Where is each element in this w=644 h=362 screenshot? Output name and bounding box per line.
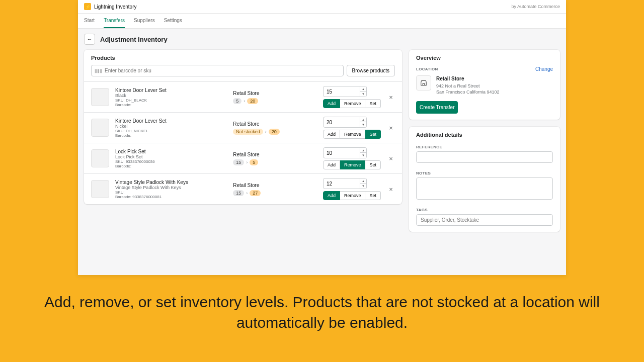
product-thumbnail — [91, 119, 109, 137]
page-title: Adjustment inventory — [100, 36, 168, 43]
product-sku: SKU: — [115, 190, 227, 195]
notes-label: Notes — [409, 168, 560, 177]
app-window: ⚡ Lightning Inventory by Automate Commer… — [78, 0, 566, 275]
lightning-icon: ⚡ — [84, 3, 91, 10]
from-qty-badge: 15 — [233, 190, 244, 196]
details-heading: Additional details — [409, 127, 560, 142]
tags-input[interactable] — [416, 214, 553, 226]
to-qty-badge: 20 — [269, 129, 280, 135]
qty-down-button[interactable]: ▼ — [360, 92, 366, 97]
location-name: Retail Store — [233, 90, 317, 96]
not-stocked-badge: Not stocked — [233, 129, 263, 135]
set-button[interactable]: Set — [365, 130, 381, 139]
remove-item-button[interactable]: × — [387, 124, 395, 132]
product-thumbnail — [91, 149, 109, 167]
quantity-input[interactable] — [323, 147, 360, 158]
product-title: Kintore Door Lever Set — [115, 118, 227, 124]
barcode-icon: ⦀⦀⦀ — [95, 67, 102, 74]
back-button[interactable]: ← — [84, 34, 95, 45]
reference-label: Reference — [409, 142, 560, 151]
remove-item-button[interactable]: × — [387, 155, 395, 162]
product-barcode: Barcode: — [115, 133, 227, 138]
app-top-bar: ⚡ Lightning Inventory by Automate Commer… — [78, 0, 566, 14]
quantity-input[interactable] — [323, 117, 360, 128]
additional-details-card: Additional details Reference Notes Tags — [409, 127, 560, 232]
location-column: Retail Store Not stocked › 20 — [233, 121, 317, 135]
marketing-caption: Add, remove, or set inventory levels. Pr… — [0, 292, 644, 333]
arrow-right-icon: › — [244, 99, 245, 104]
product-row: Kintore Door Lever Set Nickel SKU: DH_NI… — [84, 112, 402, 143]
location-column: Retail Store 5 › 20 — [233, 90, 317, 104]
product-info: Lock Pick Set Lock Pick Set SKU: 9338376… — [115, 149, 227, 168]
change-location-link[interactable]: Change — [535, 66, 560, 72]
quantity-controls: ▲ ▼ Add Remove Set — [323, 86, 381, 108]
location-name: Retail Store — [233, 183, 317, 188]
create-transfer-button[interactable]: Create Transfer — [416, 101, 458, 114]
product-title: Lock Pick Set — [115, 149, 227, 154]
product-row: Lock Pick Set Lock Pick Set SKU: 9338376… — [84, 143, 402, 173]
to-qty-badge: 5 — [250, 159, 258, 165]
tags-label: Tags — [409, 205, 560, 214]
nav-tabs: Start Transfers Suppliers Settings — [78, 14, 566, 29]
remove-button[interactable]: Remove — [340, 130, 366, 139]
remove-item-button[interactable]: × — [387, 94, 395, 101]
add-button[interactable]: Add — [323, 99, 340, 108]
set-button[interactable]: Set — [365, 160, 381, 169]
qty-up-button[interactable]: ▲ — [360, 117, 366, 122]
tab-transfers[interactable]: Transfers — [104, 14, 125, 28]
search-input[interactable] — [91, 65, 344, 76]
to-qty-badge: 27 — [250, 190, 261, 196]
products-card: Products ⦀⦀⦀ Browse products Kintore Doo… — [84, 50, 402, 204]
page-header: ← Adjustment inventory — [78, 29, 566, 50]
product-barcode: Barcode: — [115, 164, 227, 168]
browse-products-button[interactable]: Browse products — [347, 65, 395, 76]
overview-card: Overview Location Change Retail Store 94… — [409, 50, 560, 120]
tab-suppliers[interactable]: Suppliers — [134, 14, 155, 28]
location-address: Retail Store 942 Not a Real Street San F… — [436, 75, 500, 95]
from-qty-badge: 5 — [233, 98, 242, 104]
to-qty-badge: 20 — [247, 98, 258, 104]
product-info: Kintore Door Lever Set Black SKU: DH_BLA… — [115, 87, 227, 107]
qty-up-button[interactable]: ▲ — [360, 178, 366, 184]
add-button[interactable]: Add — [323, 191, 340, 200]
products-heading: Products — [84, 50, 402, 65]
set-button[interactable]: Set — [365, 191, 381, 200]
quantity-controls: ▲ ▼ Add Remove Set — [323, 147, 381, 169]
product-sku: SKU: DH_NICKEL — [115, 129, 227, 133]
remove-button[interactable]: Remove — [340, 160, 366, 169]
overview-heading: Overview — [416, 55, 441, 61]
app-name: Lightning Inventory — [94, 4, 137, 10]
quantity-controls: ▲ ▼ Add Remove Set — [323, 178, 381, 200]
quantity-input[interactable] — [323, 178, 360, 189]
qty-down-button[interactable]: ▼ — [360, 184, 366, 189]
qty-up-button[interactable]: ▲ — [360, 148, 366, 153]
from-qty-badge: 15 — [233, 159, 244, 165]
product-info: Vintage Style Padlock With Keys Vintage … — [115, 179, 227, 199]
add-button[interactable]: Add — [323, 130, 340, 139]
tab-start[interactable]: Start — [84, 14, 95, 28]
remove-button[interactable]: Remove — [340, 99, 366, 108]
product-thumbnail — [91, 180, 109, 198]
product-sku: SKU: 9338376000036 — [115, 159, 227, 164]
product-title: Kintore Door Lever Set — [115, 87, 227, 93]
location-column: Retail Store 15 › 27 — [233, 183, 317, 196]
add-button[interactable]: Add — [323, 160, 340, 169]
product-info: Kintore Door Lever Set Nickel SKU: DH_NI… — [115, 118, 227, 138]
qty-up-button[interactable]: ▲ — [360, 86, 366, 92]
set-button[interactable]: Set — [365, 99, 381, 108]
remove-button[interactable]: Remove — [340, 191, 366, 200]
location-name: Retail Store — [233, 121, 317, 127]
product-row: Kintore Door Lever Set Black SKU: DH_BLA… — [84, 81, 402, 112]
remove-item-button[interactable]: × — [387, 186, 395, 193]
arrow-right-icon: › — [246, 191, 248, 196]
notes-textarea[interactable] — [416, 177, 553, 200]
quantity-input[interactable] — [323, 86, 360, 97]
arrow-right-icon: › — [246, 160, 248, 165]
tab-settings[interactable]: Settings — [164, 14, 182, 28]
product-title: Vintage Style Padlock With Keys — [115, 179, 227, 185]
qty-down-button[interactable]: ▼ — [360, 153, 366, 158]
reference-input[interactable] — [416, 151, 553, 163]
product-row: Vintage Style Padlock With Keys Vintage … — [84, 173, 402, 204]
qty-down-button[interactable]: ▼ — [360, 122, 366, 127]
product-variant: Lock Pick Set — [115, 154, 227, 159]
